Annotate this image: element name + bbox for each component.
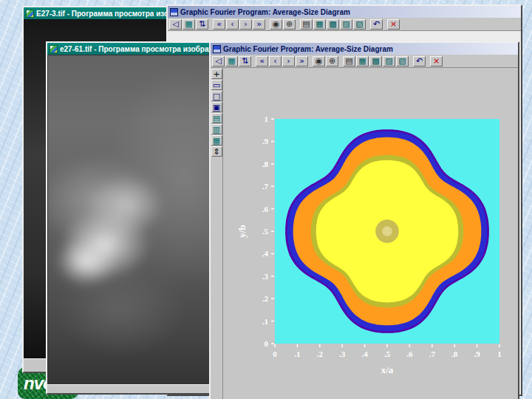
fourier-side-tool-region[interactable]: ▭ (211, 80, 222, 90)
fourier-side-tool-fill-box[interactable]: ▣ (211, 102, 222, 112)
fourier-front-toolbar-button-close[interactable]: × (430, 56, 443, 66)
x-tick-label: .7 (429, 349, 436, 358)
grayscale-image-content (47, 55, 213, 384)
y-tick-label: .6 (262, 205, 269, 214)
fourier-side-tool-stretch[interactable]: ⇕ (211, 146, 222, 157)
y-tick-label: 0 (265, 339, 269, 348)
y-tick-label: .8 (262, 160, 269, 168)
fourier-back-toolbar-button-print[interactable]: ▤ (300, 19, 313, 30)
fourier-back-toolbar-button-last[interactable]: » (253, 19, 265, 30)
fourier-back-toolbar: ◁▦⇅«‹›»◉⊕▤▦▩▨▧↶× (168, 18, 521, 31)
fourier-back-toolbar-button-prev[interactable]: ‹ (226, 19, 239, 30)
x-tick-label: .8 (451, 349, 458, 358)
fourier-back-toolbar-button-undo[interactable]: ↶ (370, 19, 383, 30)
fourier-front-toolbar-button-layout-slice[interactable]: ▧ (396, 56, 409, 66)
fourier-front-toolbar-button-layout-quad[interactable]: ▦ (356, 56, 369, 66)
x-tick-label: .1 (294, 349, 300, 358)
fourier-side-tool-rows[interactable]: ▤ (211, 113, 222, 123)
viewer-front-titlebar[interactable]: e27-61.tif - Программа просмотра изображ… (47, 43, 213, 55)
fourier-front-toolbar-button-fit[interactable]: ⇅ (239, 56, 251, 66)
viewer-front-title: e27-61.tif - Программа просмотра изображ… (60, 45, 211, 53)
fourier-back-toolbar-button-first[interactable]: « (213, 19, 225, 30)
x-tick-label: .2 (317, 349, 324, 358)
fourier-back-toolbar-button-grid-view[interactable]: ▦ (183, 19, 195, 30)
fourier-back-toolbar-button-target[interactable]: ◉ (270, 19, 282, 30)
fourier-side-tool-columns[interactable]: ▥ (211, 124, 222, 134)
fourier-back-toolbar-button-fit[interactable]: ⇅ (196, 19, 208, 30)
x-tick-label: .4 (361, 349, 368, 358)
x-tick-label: .6 (406, 349, 413, 358)
fourier-front-toolbar: ◁▦⇅«‹›»◉⊕▤▦▩▨▧↶× (211, 55, 518, 68)
slide-background: nvc E27-3.tif - Программа просмотра изоб… (0, 0, 532, 399)
fourier-front-toolbar-button-undo[interactable]: ↶ (413, 56, 426, 66)
fourier-back-toolbar-button-zoom[interactable]: ⊕ (283, 19, 296, 30)
x-tick-label: .5 (384, 349, 391, 358)
fourier-front-titlebar[interactable]: Graphic Fourier Program: Average-Size Di… (211, 43, 518, 55)
x-tick-label: 0 (273, 349, 277, 358)
fourier-back-toolbar-button-close[interactable]: × (387, 19, 400, 30)
fourier-app-icon[interactable] (213, 45, 221, 53)
fourier-side-tool-mesh[interactable]: ▦ (211, 135, 222, 146)
fourier-back-toolbar-button-layout-slice[interactable]: ▧ (353, 19, 366, 30)
y-tick-label: .7 (262, 182, 269, 191)
fourier-back-toolbar-button-layout-quad[interactable]: ▦ (313, 19, 326, 30)
y-tick-label: .2 (262, 294, 269, 303)
window-fourier-front: Graphic Fourier Program: Average-Size Di… (209, 41, 519, 399)
y-axis-label: y/b (236, 225, 248, 237)
fourier-front-toolbar-button-prev[interactable]: ‹ (269, 56, 282, 66)
fourier-front-toolbar-button-grid-view[interactable]: ▦ (225, 56, 238, 66)
y-tick-label: .5 (262, 227, 269, 236)
fourier-back-titlebar[interactable]: Graphic Fourier Program: Average-Size Di… (168, 6, 521, 18)
x-axis-label: x/a (381, 364, 394, 375)
viewer-front-statusbar (47, 384, 213, 393)
window-viewer-front: e27-61.tif - Программа просмотра изображ… (46, 41, 214, 395)
fourier-front-toolbar-button-layout-hatch[interactable]: ▨ (383, 56, 395, 66)
fourier-front-toolbar-button-layout-shade[interactable]: ▩ (369, 56, 382, 66)
fourier-front-toolbar-button-first[interactable]: « (256, 56, 268, 66)
grayscale-image (47, 55, 213, 384)
contour-center-core (382, 226, 392, 236)
y-tick-label: .4 (262, 249, 269, 258)
y-tick-label: .1 (262, 317, 268, 326)
chart-frame: 00.1.1.2.2.3.3.4.4.5.5.6.6.7.7.8.8.9.911… (223, 68, 518, 399)
fourier-front-toolbar-button-print[interactable]: ▤ (343, 56, 355, 66)
x-tick-label: .9 (474, 349, 480, 358)
fourier-side-toolbar: +▭□▣▤▥▦⇕ (211, 68, 223, 399)
y-tick-label: .3 (262, 272, 269, 281)
fourier-back-toolbar-button-next[interactable]: › (239, 19, 252, 30)
fourier-front-body: +▭□▣▤▥▦⇕ 00.1.1.2.2.3.3.4.4.5.5.6.6.7.7.… (211, 68, 518, 399)
y-tick-label: .9 (262, 137, 269, 146)
x-tick-label: .3 (339, 349, 346, 358)
fourier-front-toolbar-button-zoom[interactable]: ⊕ (326, 56, 338, 66)
fourier-back-toolbar-button-layout-shade[interactable]: ▩ (327, 19, 339, 30)
image-viewer-app-icon[interactable] (26, 10, 34, 18)
x-tick-label: 1 (497, 349, 502, 358)
y-tick-label: 1 (265, 115, 269, 123)
fourier-back-toolbar-button-select[interactable]: ◁ (169, 19, 182, 30)
fourier-front-toolbar-button-select[interactable]: ◁ (212, 56, 225, 66)
fourier-front-toolbar-button-last[interactable]: » (296, 56, 308, 66)
fourier-chart-svg: 00.1.1.2.2.3.3.4.4.5.5.6.6.7.7.8.8.9.911… (223, 68, 518, 399)
fourier-app-icon[interactable] (170, 8, 178, 16)
fourier-back-toolbar-button-layout-hatch[interactable]: ▨ (340, 19, 352, 30)
fourier-side-tool-box[interactable]: □ (211, 91, 222, 101)
fourier-side-tool-move[interactable]: + (211, 69, 222, 79)
image-viewer-app-icon[interactable] (50, 45, 58, 53)
fourier-back-title: Graphic Fourier Program: Average-Size Di… (180, 8, 350, 16)
fourier-front-toolbar-button-next[interactable]: › (282, 56, 295, 66)
fourier-front-title: Graphic Fourier Program: Average-Size Di… (223, 45, 393, 53)
fourier-front-toolbar-button-target[interactable]: ◉ (313, 56, 325, 66)
